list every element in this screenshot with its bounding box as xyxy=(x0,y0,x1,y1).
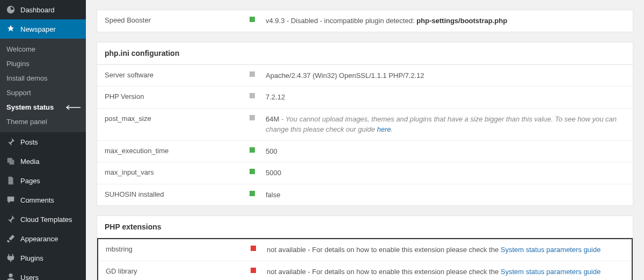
sidebar-item-label: Dashboard xyxy=(20,6,55,14)
sidebar-item-cloud-templates[interactable]: Cloud Templates xyxy=(0,210,86,229)
status-row: post_max_size 64M - You cannot upload im… xyxy=(97,108,633,140)
submenu-item-install-demos[interactable]: Install demos xyxy=(0,71,86,85)
row-label: SUHOSIN installed xyxy=(105,190,250,198)
admin-sidebar: Dashboard Newspaper Welcome Plugins Inst… xyxy=(0,0,86,280)
row-label: Speed Booster xyxy=(105,16,250,24)
status-row: SUHOSIN installed false xyxy=(97,184,633,206)
submenu-item-system-status[interactable]: System status xyxy=(0,100,86,114)
newspaper-icon xyxy=(5,24,16,34)
sidebar-item-label: Users xyxy=(20,274,39,281)
guide-link[interactable]: System status parameters guide xyxy=(501,268,601,276)
status-indicator-gray xyxy=(250,115,255,120)
sidebar-item-label: Newspaper xyxy=(20,25,56,33)
status-indicator-green xyxy=(250,191,255,196)
media-icon xyxy=(5,156,16,167)
panel-title: PHP extensions xyxy=(97,216,633,238)
row-status xyxy=(250,114,266,120)
sidebar-item-dashboard[interactable]: Dashboard xyxy=(0,0,86,19)
row-status xyxy=(251,245,267,251)
status-indicator-green xyxy=(250,147,255,153)
row-value: 7.2.12 xyxy=(266,92,625,103)
row-value: not available - For details on how to en… xyxy=(267,245,624,255)
status-indicator-gray xyxy=(250,71,255,77)
row-status xyxy=(250,92,266,98)
row-status xyxy=(250,190,266,196)
arrow-left-icon xyxy=(64,105,80,110)
row-label: max_execution_time xyxy=(105,146,250,155)
row-value: v4.9.3 - Disabled - incompatible plugin … xyxy=(266,16,625,26)
row-label: max_input_vars xyxy=(105,168,250,176)
guide-link[interactable]: System status parameters guide xyxy=(501,246,601,254)
row-status xyxy=(251,267,267,273)
sidebar-item-comments[interactable]: Comments xyxy=(0,190,86,210)
plugin-icon xyxy=(5,253,16,263)
status-row: Server software Apache/2.4.37 (Win32) Op… xyxy=(97,64,633,87)
status-row: GD library not available - For details o… xyxy=(98,261,632,281)
pin-icon xyxy=(5,214,16,225)
comment-icon xyxy=(5,195,16,205)
row-status xyxy=(250,146,266,153)
svg-point-1 xyxy=(9,274,12,277)
brush-icon xyxy=(5,233,16,244)
sidebar-item-label: Media xyxy=(20,157,39,166)
row-status xyxy=(250,16,266,22)
status-indicator-red xyxy=(251,268,256,273)
row-label: mbstring xyxy=(106,245,251,253)
status-row: max_execution_time 500 xyxy=(97,140,633,162)
row-label: PHP Version xyxy=(105,92,250,100)
pages-icon xyxy=(5,175,16,186)
status-indicator-gray xyxy=(250,93,255,98)
php-ext-panel: mbstring not available - For details on … xyxy=(97,238,633,280)
guide-link[interactable]: here xyxy=(377,125,391,133)
sidebar-item-posts[interactable]: Posts xyxy=(0,132,86,152)
php-ext-panel-wrapper: PHP extensions mbstring not available - … xyxy=(97,216,633,280)
sidebar-item-pages[interactable]: Pages xyxy=(0,171,86,190)
row-label: GD library xyxy=(106,267,251,275)
sidebar-item-label: Comments xyxy=(20,196,54,204)
status-row: Speed Booster v4.9.3 - Disabled - incomp… xyxy=(97,10,633,32)
submenu-item-welcome[interactable]: Welcome xyxy=(0,42,86,56)
status-row: mbstring not available - For details on … xyxy=(98,239,632,261)
status-indicator-green xyxy=(250,169,255,174)
panel-title: php.ini configuration xyxy=(97,42,633,64)
sidebar-item-plugins[interactable]: Plugins xyxy=(0,248,86,268)
pin-icon xyxy=(5,137,16,147)
sidebar-submenu: Welcome Plugins Install demos Support Sy… xyxy=(0,39,86,132)
row-value: 500 xyxy=(266,146,625,157)
top-status-panel: Speed Booster v4.9.3 - Disabled - incomp… xyxy=(97,10,633,32)
row-value: 5000 xyxy=(266,168,625,178)
sidebar-item-newspaper[interactable]: Newspaper xyxy=(0,19,86,39)
row-value: not available - For details on how to en… xyxy=(267,267,624,277)
row-status xyxy=(250,70,266,77)
submenu-item-plugins[interactable]: Plugins xyxy=(0,56,86,71)
dashboard-icon xyxy=(5,4,16,15)
php-ini-panel: php.ini configuration Server software Ap… xyxy=(97,42,633,206)
row-value: Apache/2.4.37 (Win32) OpenSSL/1.1.1 PHP/… xyxy=(266,70,625,81)
row-status xyxy=(250,168,266,174)
sidebar-item-label: Plugins xyxy=(20,254,43,262)
status-row: max_input_vars 5000 xyxy=(97,162,633,184)
sidebar-item-media[interactable]: Media xyxy=(0,152,86,171)
sidebar-item-label: Appearance xyxy=(20,235,58,243)
sidebar-item-label: Posts xyxy=(20,138,38,146)
status-indicator-red xyxy=(251,246,256,251)
row-value: false xyxy=(266,190,625,200)
user-icon xyxy=(5,272,16,280)
row-label: post_max_size xyxy=(105,114,250,123)
sidebar-item-label: Pages xyxy=(20,177,40,185)
main-content: Speed Booster v4.9.3 - Disabled - incomp… xyxy=(86,0,644,280)
status-indicator-green xyxy=(250,17,255,22)
status-row: PHP Version 7.2.12 xyxy=(97,86,633,108)
sidebar-item-label: Cloud Templates xyxy=(20,216,72,224)
submenu-item-theme-panel[interactable]: Theme panel xyxy=(0,114,86,129)
sidebar-item-users[interactable]: Users xyxy=(0,268,86,280)
sidebar-item-appearance[interactable]: Appearance xyxy=(0,229,86,248)
row-label: Server software xyxy=(105,70,250,79)
row-value: 64M - You cannot upload images, themes a… xyxy=(266,114,625,135)
submenu-item-support[interactable]: Support xyxy=(0,85,86,100)
